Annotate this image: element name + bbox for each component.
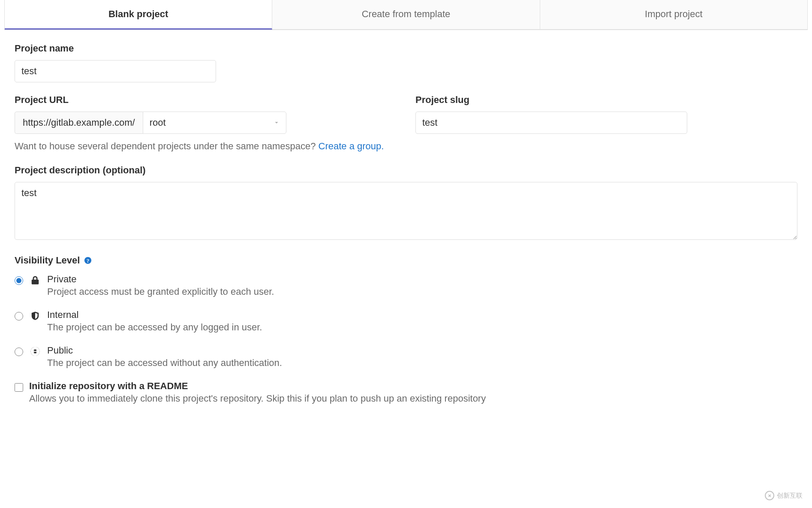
project-slug-label: Project slug — [415, 94, 797, 106]
namespace-hint-text: Want to house several dependent projects… — [15, 141, 319, 151]
project-description-input[interactable]: test — [15, 182, 797, 240]
create-group-link[interactable]: Create a group. — [319, 141, 384, 151]
visibility-level-label: Visibility Level — [15, 255, 80, 266]
tab-create-from-template[interactable]: Create from template — [272, 0, 540, 30]
project-name-label: Project name — [15, 43, 797, 54]
chevron-down-icon — [274, 120, 280, 126]
namespace-selected-value: root — [150, 117, 166, 128]
visibility-public-title: Public — [47, 345, 797, 356]
initialize-readme-checkbox[interactable] — [15, 383, 23, 392]
project-form: Project name Project URL https://gitlab.… — [4, 30, 808, 408]
shield-icon — [30, 311, 40, 321]
tab-import-project[interactable]: Import project — [540, 0, 807, 30]
help-icon[interactable]: ? — [84, 257, 92, 264]
project-slug-input[interactable] — [415, 112, 687, 134]
svg-text:?: ? — [87, 258, 89, 264]
project-name-input[interactable] — [15, 60, 216, 82]
visibility-private-radio[interactable] — [15, 276, 23, 285]
project-url-label: Project URL — [15, 94, 397, 106]
visibility-internal-radio[interactable] — [15, 312, 23, 321]
visibility-private-desc: Project access must be granted explicitl… — [47, 286, 797, 297]
tab-blank-project[interactable]: Blank project — [5, 0, 272, 30]
initialize-readme-label: Initialize repository with a README — [29, 381, 797, 392]
lock-icon — [30, 275, 40, 285]
project-url-prefix: https://gitlab.example.com/ — [15, 112, 143, 134]
namespace-select[interactable]: root — [143, 112, 286, 134]
visibility-internal-desc: The project can be accessed by any logge… — [47, 322, 797, 333]
visibility-internal-title: Internal — [47, 309, 797, 321]
initialize-readme-desc: Allows you to immediately clone this pro… — [29, 393, 797, 404]
globe-icon — [30, 346, 40, 357]
project-creation-tabs: Blank project Create from template Impor… — [4, 0, 808, 30]
visibility-public-desc: The project can be accessed without any … — [47, 357, 797, 369]
visibility-public-radio[interactable] — [15, 348, 23, 356]
visibility-private-title: Private — [47, 274, 797, 285]
project-description-label: Project description (optional) — [15, 165, 797, 176]
namespace-hint: Want to house several dependent projects… — [15, 141, 797, 152]
